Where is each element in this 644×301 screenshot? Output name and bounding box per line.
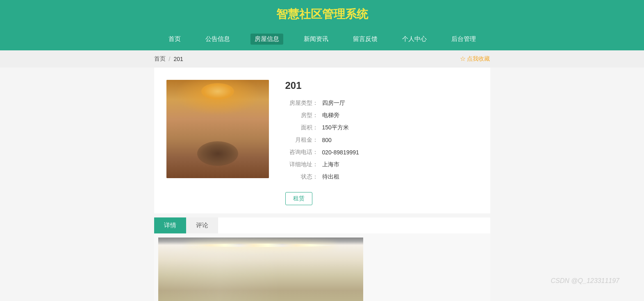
main-nav: 首页 公告信息 房屋信息 新闻资讯 留言反馈 个人中心 后台管理 <box>0 28 644 50</box>
breadcrumb-current: 201 <box>173 56 183 62</box>
detail-row-status: 状态： 待出租 <box>285 173 478 181</box>
detail-value-phone: 020-89819991 <box>322 149 359 156</box>
nav-item-property[interactable]: 房屋信息 <box>250 34 283 45</box>
detail-value-type: 四房一厅 <box>322 100 345 107</box>
rent-button[interactable]: 租赁 <box>285 192 312 205</box>
detail-row-phone: 咨询电话： 020-89819991 <box>285 149 478 156</box>
detail-label-room: 房型： <box>285 112 318 119</box>
detail-value-address: 上海市 <box>322 161 339 168</box>
detail-row-room: 房型： 电梯旁 <box>285 112 478 119</box>
nav-item-home[interactable]: 首页 <box>164 34 185 45</box>
detail-value-room: 电梯旁 <box>322 112 339 119</box>
site-title: 智慧社区管理系统 <box>0 7 644 22</box>
property-title: 201 <box>285 80 478 91</box>
detail-row-area: 面积： 150平方米 <box>285 124 478 131</box>
nav-item-news[interactable]: 新闻资讯 <box>300 34 332 45</box>
watermark: CSDN @Q_123311197 <box>551 277 619 285</box>
tabs-content <box>154 233 490 301</box>
detail-row-address: 详细地址： 上海市 <box>285 161 478 168</box>
detail-label-area: 面积： <box>285 124 318 131</box>
detail-value-rent: 800 <box>322 137 332 143</box>
detail-value-area: 150平方米 <box>322 124 349 131</box>
detail-value-status: 待出租 <box>322 173 339 181</box>
nav-item-announcement[interactable]: 公告信息 <box>201 34 234 45</box>
detail-label-type: 房屋类型： <box>285 100 318 107</box>
detail-row-rent: 月租金： 800 <box>285 136 478 144</box>
tab-comments[interactable]: 评论 <box>186 217 218 233</box>
breadcrumb-separator: / <box>169 56 171 62</box>
property-image <box>166 80 269 178</box>
breadcrumb-home[interactable]: 首页 <box>154 55 166 63</box>
detail-row-type: 房屋类型： 四房一厅 <box>285 100 478 107</box>
tabs-bar: 详情 评论 <box>154 217 490 233</box>
detail-label-address: 详细地址： <box>285 161 318 168</box>
nav-item-feedback[interactable]: 留言反馈 <box>349 34 382 45</box>
detail-content-image <box>158 238 363 301</box>
breadcrumb: 首页 / 201 <box>154 55 183 63</box>
detail-label-phone: 咨询电话： <box>285 149 318 156</box>
nav-item-admin[interactable]: 后台管理 <box>447 34 480 45</box>
nav-item-profile[interactable]: 个人中心 <box>398 34 431 45</box>
favorite-button[interactable]: ☆ 点我收藏 <box>460 55 490 63</box>
detail-label-status: 状态： <box>285 173 318 181</box>
tab-detail[interactable]: 详情 <box>154 217 186 233</box>
detail-label-rent: 月租金： <box>285 136 318 144</box>
property-details: 201 房屋类型： 四房一厅 房型： 电梯旁 面积： 150平方米 月租金： <box>285 80 478 205</box>
